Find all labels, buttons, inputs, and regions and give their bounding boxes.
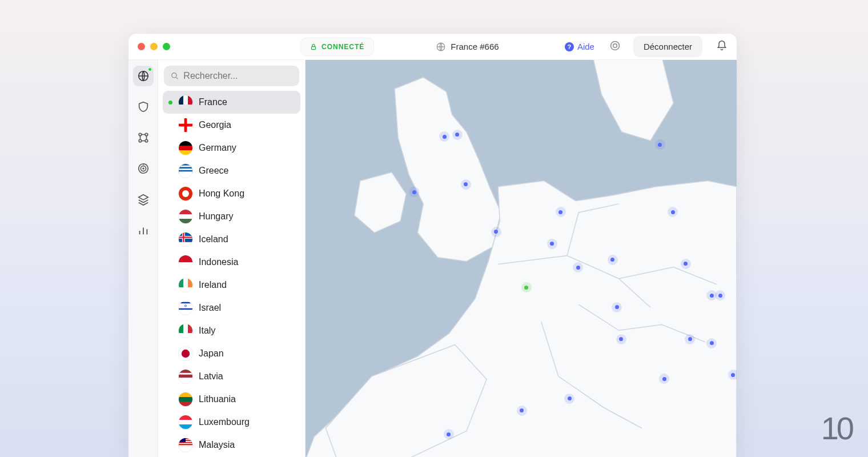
country-item-latvia[interactable]: Latvia — [163, 365, 300, 388]
search-input[interactable] — [183, 71, 292, 81]
country-label: Lithuania — [199, 394, 236, 404]
svg-text:✡: ✡ — [184, 303, 187, 308]
country-label: Japan — [199, 348, 224, 359]
country-item-luxembourg[interactable]: Luxembourg — [163, 411, 300, 434]
country-label: Israel — [199, 303, 221, 313]
map-server-dot[interactable] — [685, 334, 695, 344]
flag-icon — [178, 323, 193, 338]
map-server-dot[interactable] — [547, 239, 557, 249]
country-item-germany[interactable]: Germany — [163, 137, 300, 159]
svg-rect-40 — [188, 278, 192, 287]
svg-point-8 — [145, 139, 148, 142]
flag-icon — [178, 163, 193, 178]
svg-point-5 — [139, 133, 142, 136]
disconnect-button[interactable]: Déconnecter — [633, 36, 702, 57]
flag-icon — [178, 209, 193, 224]
map-server-dot[interactable] — [452, 130, 463, 140]
flag-icon — [178, 255, 193, 270]
map-view[interactable] — [306, 60, 737, 457]
nav-rail — [128, 60, 158, 457]
svg-rect-53 — [179, 397, 192, 402]
country-item-israel[interactable]: ✡Israel — [163, 296, 300, 319]
maximize-window-button[interactable] — [163, 43, 170, 50]
country-item-malaysia[interactable]: Malaysia — [163, 434, 300, 456]
map-server-dot[interactable] — [608, 255, 618, 265]
server-info[interactable]: France #666 — [436, 42, 499, 52]
country-item-iceland[interactable]: Iceland — [163, 228, 300, 251]
map-server-dot[interactable] — [491, 227, 501, 237]
country-label: Ireland — [199, 280, 227, 290]
svg-rect-39 — [183, 278, 188, 287]
nav-mesh[interactable] — [133, 127, 154, 148]
nav-radar[interactable] — [133, 158, 154, 179]
flag-icon — [178, 118, 193, 133]
map-server-dot[interactable] — [655, 139, 665, 150]
nav-stats[interactable] — [133, 220, 154, 240]
country-item-ireland[interactable]: Ireland — [163, 274, 300, 296]
svg-rect-47 — [188, 324, 192, 333]
map-server-dot[interactable] — [517, 406, 527, 416]
country-item-georgia[interactable]: Georgia — [163, 114, 300, 137]
svg-rect-46 — [183, 324, 188, 333]
close-window-button[interactable] — [138, 43, 145, 50]
svg-rect-21 — [179, 150, 192, 155]
svg-rect-63 — [179, 438, 186, 442]
flag-icon — [178, 415, 193, 430]
svg-rect-18 — [179, 124, 192, 127]
map-server-dot[interactable] — [564, 394, 574, 404]
map-landmass — [306, 60, 737, 457]
flag-icon — [178, 278, 193, 292]
window-controls — [138, 43, 170, 50]
map-server-dot[interactable] — [444, 429, 454, 439]
map-server-dot[interactable] — [556, 207, 566, 217]
country-item-hungary[interactable]: Hungary — [163, 205, 300, 228]
svg-rect-23 — [179, 166, 192, 167]
country-list[interactable]: FranceGeorgiaGermanyGreeceHong KongHunga… — [158, 91, 305, 457]
country-label: Italy — [199, 326, 215, 336]
globe-icon — [436, 42, 446, 52]
country-item-japan[interactable]: Japan — [163, 342, 300, 365]
notifications-icon[interactable] — [716, 40, 728, 54]
connection-status-pill: CONNECTÉ — [300, 38, 374, 56]
country-item-france[interactable]: France — [163, 91, 300, 114]
help-icon: ? — [565, 42, 574, 51]
map-server-dot-active[interactable] — [521, 282, 532, 292]
map-server-dot[interactable] — [461, 179, 471, 190]
svg-rect-30 — [179, 219, 192, 223]
minimize-window-button[interactable] — [150, 43, 158, 50]
country-label: Malaysia — [199, 440, 235, 450]
flag-icon — [178, 95, 193, 110]
help-link[interactable]: ? Aide — [565, 42, 594, 51]
map-server-dot[interactable] — [728, 370, 737, 380]
flag-icon — [178, 186, 193, 201]
threat-protection-icon[interactable] — [609, 40, 621, 54]
map-server-dot[interactable] — [681, 259, 691, 269]
svg-rect-37 — [179, 262, 192, 269]
country-item-greece[interactable]: Greece — [163, 159, 300, 182]
flag-icon: ✡ — [178, 300, 193, 315]
svg-rect-38 — [179, 278, 183, 287]
help-label: Aide — [577, 42, 594, 51]
nav-layers[interactable] — [133, 189, 154, 210]
flag-icon — [178, 369, 193, 384]
map-server-dot[interactable] — [616, 334, 626, 344]
app-body: FranceGeorgiaGermanyGreeceHong KongHunga… — [128, 60, 737, 457]
svg-rect-36 — [179, 255, 192, 262]
nav-shield[interactable] — [133, 97, 154, 117]
svg-rect-19 — [179, 141, 192, 146]
map-server-dot[interactable] — [706, 338, 717, 348]
country-item-italy[interactable]: Italy — [163, 319, 300, 342]
svg-point-3 — [613, 43, 617, 47]
map-server-dot[interactable] — [612, 302, 622, 312]
country-item-hongkong[interactable]: Hong Kong — [163, 182, 300, 205]
nav-countries[interactable] — [133, 66, 154, 86]
svg-rect-20 — [179, 146, 192, 150]
svg-rect-45 — [179, 324, 183, 333]
svg-rect-62 — [179, 445, 192, 446]
country-label: France — [199, 97, 227, 107]
flag-icon — [178, 392, 193, 407]
search-box[interactable] — [164, 66, 299, 86]
country-item-indonesia[interactable]: Indonesia — [163, 251, 300, 274]
svg-point-7 — [139, 139, 142, 142]
country-item-lithuania[interactable]: Lithuania — [163, 388, 300, 411]
